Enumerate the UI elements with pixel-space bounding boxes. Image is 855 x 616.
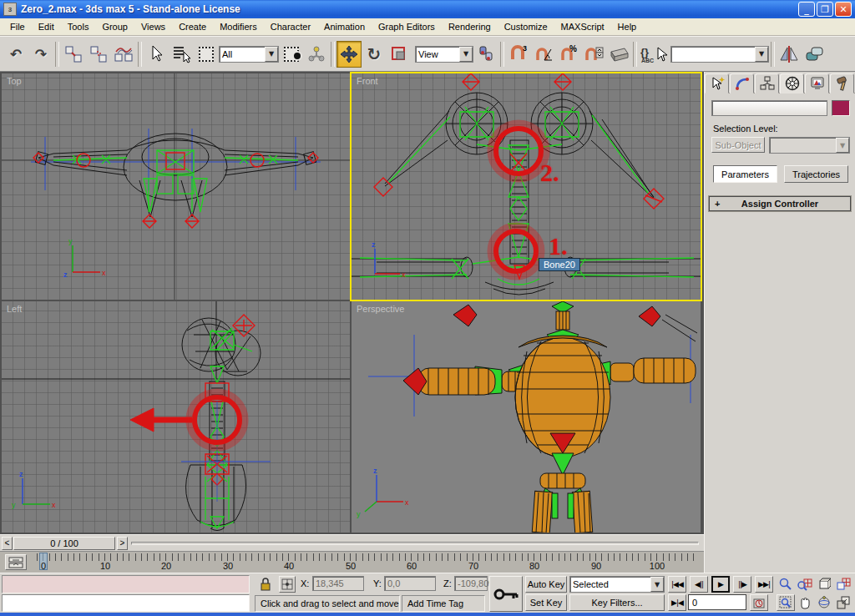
spinner-snap-icon[interactable] — [581, 41, 606, 68]
zoom-icon[interactable] — [777, 576, 795, 593]
select-and-link-icon[interactable] — [61, 41, 86, 68]
mirror-icon[interactable] — [777, 41, 802, 68]
unlink-selection-icon[interactable] — [86, 41, 111, 68]
parameters-tab[interactable]: Parameters — [713, 165, 777, 183]
menu-tools[interactable]: Tools — [61, 19, 96, 34]
chevron-down-icon[interactable]: ▼ — [265, 47, 278, 62]
time-configuration-button[interactable] — [750, 594, 768, 611]
menu-views[interactable]: Views — [134, 19, 172, 34]
menu-customize[interactable]: Customize — [498, 19, 554, 34]
chevron-down-icon[interactable]: ▼ — [836, 138, 849, 153]
current-frame-field[interactable]: 0 — [688, 594, 746, 610]
zoom-all-icon[interactable] — [796, 576, 814, 593]
x-coordinate-field[interactable]: 18,345 — [312, 576, 364, 591]
tab-utilities[interactable] — [830, 73, 854, 93]
viewport-front-label[interactable]: Front — [357, 76, 378, 86]
object-color-swatch[interactable] — [832, 100, 850, 116]
named-selection-dropdown[interactable]: ▼ — [670, 46, 769, 63]
menu-animation[interactable]: Animation — [317, 19, 372, 34]
zoom-extents-all-icon[interactable] — [834, 576, 852, 593]
maxscript-mini-listener-white[interactable] — [2, 594, 250, 612]
menu-rendering[interactable]: Rendering — [442, 19, 498, 34]
menu-help[interactable]: Help — [611, 19, 644, 34]
selection-filter-dropdown[interactable]: All▼ — [219, 46, 279, 63]
viewport-perspective[interactable]: Perspective — [352, 301, 701, 533]
menu-file[interactable]: File — [3, 19, 32, 34]
menu-modifiers[interactable]: Modifiers — [213, 19, 264, 34]
viewport-front[interactable]: Front — [352, 73, 701, 300]
object-name-field[interactable] — [711, 100, 827, 116]
selection-lock-icon[interactable] — [257, 576, 274, 593]
select-object-icon[interactable] — [144, 41, 169, 68]
select-by-name-icon[interactable] — [169, 41, 194, 68]
next-frame-button[interactable]: ||▶ — [733, 576, 751, 593]
assign-controller-rollout[interactable]: + Assign Controller — [709, 196, 851, 211]
bind-to-space-warp-icon[interactable] — [111, 41, 136, 68]
chevron-down-icon[interactable]: ▼ — [650, 577, 664, 592]
time-slider-handle[interactable]: 0 / 100 — [13, 537, 115, 550]
viewport-perspective-label[interactable]: Perspective — [357, 304, 404, 314]
previous-frame-button[interactable]: ◀|| — [690, 576, 708, 593]
menu-create[interactable]: Create — [172, 19, 213, 34]
percent-snap-icon[interactable]: % — [556, 41, 581, 68]
auto-key-button[interactable]: Auto Key — [525, 576, 567, 593]
tab-hierarchy[interactable] — [755, 73, 779, 93]
key-filter-dropdown[interactable]: Selected▼ — [569, 576, 665, 593]
mini-curve-editor-button[interactable] — [5, 554, 27, 570]
close-button[interactable]: ✕ — [835, 2, 852, 17]
tab-create[interactable] — [705, 73, 729, 93]
angle-snap-icon[interactable] — [531, 41, 556, 68]
rollout-expand-icon[interactable]: + — [715, 199, 720, 209]
menu-maxscript[interactable]: MAXScript — [554, 19, 611, 34]
set-keys-button[interactable] — [489, 576, 523, 612]
menu-character[interactable]: Character — [264, 19, 317, 34]
next-frame-slider-button[interactable]: > — [117, 537, 128, 550]
viewport-left-label[interactable]: Left — [7, 304, 22, 314]
tab-motion[interactable] — [780, 73, 804, 93]
menu-group[interactable]: Group — [95, 19, 134, 34]
chevron-down-icon[interactable]: ▼ — [755, 47, 768, 62]
restore-button[interactable]: ❐ — [817, 2, 833, 17]
previous-frame-slider-button[interactable]: < — [2, 537, 13, 550]
region-zoom-icon[interactable] — [777, 594, 795, 611]
undo-button[interactable]: ↶ — [3, 41, 28, 68]
y-coordinate-field[interactable]: 0,0 — [384, 576, 436, 591]
redo-button[interactable]: ↷ — [28, 41, 53, 68]
align-icon[interactable] — [802, 41, 827, 68]
chevron-down-icon[interactable]: ▼ — [459, 47, 473, 62]
set-key-button[interactable]: Set Key — [525, 594, 567, 611]
keyboard-shortcut-override-icon[interactable] — [606, 41, 631, 68]
go-to-end-button[interactable]: ▶▶| — [755, 576, 773, 593]
key-mode-toggle[interactable]: ▶|◀ — [668, 594, 686, 611]
select-and-manipulate-icon[interactable] — [304, 41, 329, 68]
tab-display[interactable] — [805, 73, 829, 93]
z-coordinate-field[interactable]: -109,809 — [454, 576, 488, 591]
menu-edit[interactable]: Edit — [32, 19, 61, 34]
arc-rotate-icon[interactable] — [815, 594, 833, 611]
reference-coordinate-dropdown[interactable]: View▼ — [415, 46, 473, 63]
track-bar[interactable]: 0 10 20 30 40 50 60 70 80 90 100 — [0, 551, 704, 573]
minimize-button[interactable]: _ — [798, 2, 815, 17]
rectangular-selection-icon[interactable] — [194, 41, 219, 68]
snap-toggle-icon[interactable]: 3 — [506, 41, 531, 68]
select-and-scale-button[interactable] — [387, 41, 412, 68]
select-and-move-button[interactable] — [336, 41, 362, 68]
play-button[interactable]: ▶ — [711, 576, 730, 593]
select-and-rotate-button[interactable]: ↻ — [362, 41, 387, 68]
sub-object-dropdown[interactable]: ▼ — [769, 137, 850, 154]
use-pivot-point-icon[interactable] — [473, 41, 498, 68]
sub-object-button[interactable]: Sub-Object — [711, 137, 765, 153]
absolute-mode-icon[interactable] — [279, 576, 296, 593]
trajectories-tab[interactable]: Trajectories — [784, 165, 848, 183]
add-time-tag[interactable]: Add Time Tag — [402, 595, 485, 612]
key-filters-button[interactable]: Key Filters... — [569, 594, 665, 611]
window-crossing-icon[interactable] — [279, 41, 304, 68]
viewport-top-label[interactable]: Top — [7, 76, 22, 86]
time-slider-track[interactable] — [131, 542, 699, 545]
named-selection-sets-icon[interactable]: {}ABC — [639, 41, 669, 68]
menu-graph-editors[interactable]: Graph Editors — [372, 19, 442, 34]
zoom-extents-icon[interactable] — [815, 576, 833, 593]
go-to-start-button[interactable]: |◀◀ — [668, 576, 686, 593]
viewport-left[interactable]: Left — [2, 301, 350, 533]
min-max-toggle-icon[interactable] — [834, 594, 852, 611]
